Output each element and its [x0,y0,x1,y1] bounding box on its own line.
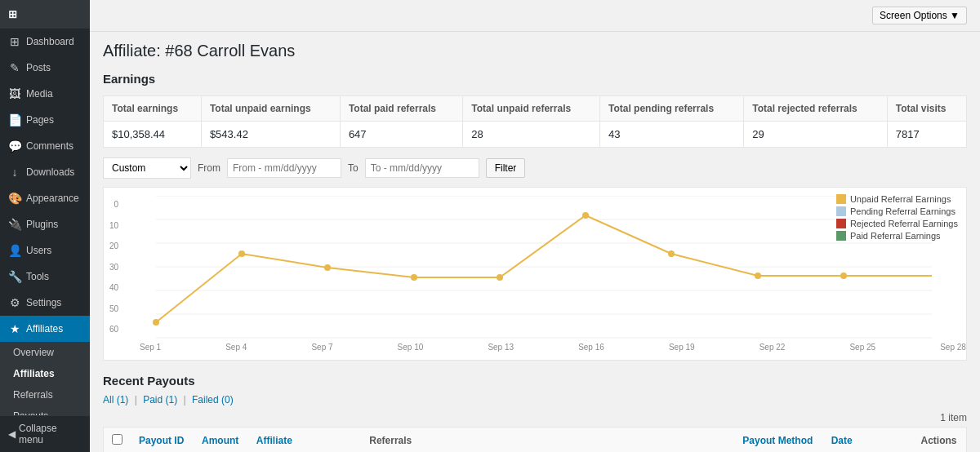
topbar: Screen Options ▼ [90,0,980,32]
sidebar-item-settings[interactable]: ⚙ Settings [0,290,90,316]
stat-value-0: $10,358.44 [104,122,202,148]
filter-failed-link[interactable]: Failed (0) [192,394,234,405]
submenu-item-payouts[interactable]: Payouts [0,405,90,415]
stat-header-5: Total rejected referrals [744,96,888,122]
y-axis-label: 40 [104,283,118,292]
svg-point-12 [582,212,589,219]
page-title: Affiliate: #68 Carroll Evans [103,42,967,60]
referrals-header: Referrals [361,428,734,453]
stat-header-0: Total earnings [104,96,202,122]
to-label: To [348,162,359,174]
plugins-icon: 🔌 [8,218,21,231]
downloads-icon: ↓ [8,166,21,179]
x-axis-label: Sep 10 [398,343,424,352]
amount-header[interactable]: Amount [194,428,248,453]
x-axis-label: Sep 28 [940,343,966,352]
svg-point-15 [840,273,847,279]
date-range-select[interactable]: CustomTodayThis WeekThis MonthThis YearL… [103,157,191,179]
users-icon: 👤 [8,244,21,257]
appearance-icon: 🎨 [8,192,21,205]
x-axis-label: Sep 16 [578,343,604,352]
affiliates-submenu: Overview Affiliates Referrals Payouts Vi… [0,342,90,415]
chart-legend: Unpaid Referral EarningsPending Referral… [836,194,958,243]
submenu-item-affiliates[interactable]: Affiliates [0,363,90,384]
recent-payouts-title: Recent Payouts [103,374,967,388]
sidebar-item-dashboard[interactable]: ⊞ Dashboard [0,29,90,55]
payout-filter-links: All (1) | Paid (1) | Failed (0) [103,394,967,405]
sidebar-item-tools[interactable]: 🔧 Tools [0,264,90,290]
y-axis: 6050403020100 [104,196,122,352]
x-axis-label: Sep 19 [669,343,695,352]
affiliates-icon: ★ [8,322,21,335]
brand-icon: ⊞ [8,8,17,20]
comments-icon: 💬 [8,140,21,153]
filter-paid-link[interactable]: Paid (1) [143,394,177,405]
filter-all-link[interactable]: All (1) [103,394,128,405]
posts-icon: ✎ [8,61,21,74]
legend-item: Paid Referral Earnings [836,231,958,241]
y-axis-label: 20 [104,242,118,250]
stat-header-3: Total unpaid referrals [463,96,600,122]
submenu-item-overview[interactable]: Overview [0,342,90,363]
y-axis-label: 30 [104,263,118,272]
stat-value-3: 28 [463,122,600,148]
submenu-item-referrals[interactable]: Referrals [0,384,90,405]
affiliate-header[interactable]: Affiliate [248,428,361,453]
sidebar-item-affiliates[interactable]: ★ Affiliates [0,316,90,342]
select-all-checkbox[interactable] [112,434,122,445]
sidebar-item-users[interactable]: 👤 Users [0,237,90,264]
svg-point-13 [668,250,675,257]
collapse-menu-button[interactable]: ◀ Collapse menu [0,415,90,452]
collapse-icon: ◀ [8,428,16,440]
legend-item: Pending Referral Earnings [836,206,958,216]
y-axis-label: 10 [104,221,118,230]
earnings-section-title: Earnings [103,72,967,86]
screen-options-button[interactable]: Screen Options ▼ [872,7,967,24]
x-axis-label: Sep 4 [225,343,247,352]
stats-table: Total earningsTotal unpaid earningsTotal… [103,95,967,148]
sidebar-item-media[interactable]: 🖼 Media [0,81,90,107]
x-axis-label: Sep 25 [849,343,875,352]
sidebar-item-posts[interactable]: ✎ Posts [0,55,90,81]
svg-point-11 [497,274,503,281]
sidebar-item-plugins[interactable]: 🔌 Plugins [0,211,90,237]
sidebar-item-downloads[interactable]: ↓ Downloads [0,159,90,185]
legend-item: Rejected Referral Earnings [836,219,958,228]
actions-header: Actions [913,428,967,453]
date-header[interactable]: Date [823,428,913,453]
from-date-input[interactable] [227,158,341,178]
brand: ⊞ [0,0,90,29]
payouts-table: Payout ID Amount Affiliate Referrals Pay… [103,427,967,452]
y-axis-label: 50 [104,304,118,313]
pages-icon: 📄 [8,113,21,126]
svg-point-9 [324,264,331,271]
x-axis-label: Sep 22 [760,343,786,352]
x-axis-label: Sep 13 [488,343,514,352]
tools-icon: 🔧 [8,270,21,283]
stat-value-6: 7817 [887,122,966,148]
stat-header-1: Total unpaid earnings [201,96,340,122]
dashboard-icon: ⊞ [8,35,21,48]
earnings-chart: Unpaid Referral EarningsPending Referral… [103,187,967,361]
media-icon: 🖼 [8,87,21,100]
to-date-input[interactable] [365,158,479,178]
stat-header-2: Total paid referrals [340,96,462,122]
x-axis: Sep 1Sep 4Sep 7Sep 10Sep 13Sep 16Sep 19S… [122,341,966,352]
filter-button[interactable]: Filter [486,158,526,178]
x-axis-label: Sep 7 [311,343,332,352]
y-axis-label: 0 [104,200,118,209]
settings-icon: ⚙ [8,296,21,309]
sidebar-item-pages[interactable]: 📄 Pages [0,107,90,133]
payout-method-header[interactable]: Payout Method [734,428,822,453]
sidebar-item-comments[interactable]: 💬 Comments [0,133,90,159]
stat-value-1: $543.42 [201,122,340,148]
filter-bar: CustomTodayThis WeekThis MonthThis YearL… [103,157,967,179]
stat-value-5: 29 [744,122,888,148]
svg-point-7 [153,319,159,326]
svg-point-10 [411,274,417,281]
payout-id-header[interactable]: Payout ID [131,428,194,453]
stat-value-2: 647 [340,122,462,148]
svg-point-8 [238,250,245,257]
sidebar-item-appearance[interactable]: 🎨 Appearance [0,185,90,211]
svg-point-14 [755,273,761,279]
